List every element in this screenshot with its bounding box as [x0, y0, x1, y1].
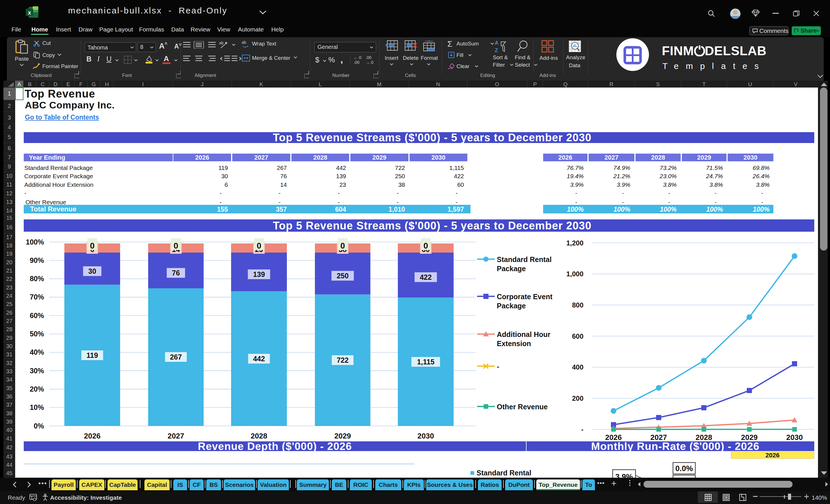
svg-text:Package: Package: [497, 264, 526, 273]
svg-text:ab: ab: [242, 40, 246, 44]
svg-text:80%: 80%: [30, 275, 44, 283]
svg-text:0: 0: [423, 241, 428, 250]
svg-text:Other Revenue: Other Revenue: [497, 403, 548, 411]
svg-text:2029: 2029: [334, 432, 351, 440]
svg-text:2028: 2028: [251, 432, 267, 440]
svg-text:10%: 10%: [30, 403, 44, 411]
svg-text:2026: 2026: [84, 432, 101, 440]
svg-text:2030: 2030: [786, 433, 803, 442]
svg-text:Extension: Extension: [497, 340, 531, 348]
svg-text:442: 442: [253, 355, 265, 363]
svg-text:1,115: 1,115: [417, 358, 435, 366]
svg-text:40%: 40%: [30, 348, 44, 356]
svg-text:20%: 20%: [30, 385, 44, 393]
svg-text:-: -: [497, 363, 499, 371]
svg-text:60%: 60%: [30, 312, 44, 319]
svg-text:422: 422: [420, 273, 432, 281]
svg-text:0: 0: [340, 241, 345, 250]
svg-text:800: 800: [572, 301, 583, 309]
svg-text:0: 0: [257, 241, 261, 250]
svg-text:70%: 70%: [30, 293, 44, 301]
svg-text:90%: 90%: [30, 256, 44, 264]
svg-text:250: 250: [337, 272, 349, 280]
svg-text:30: 30: [88, 267, 96, 275]
svg-text:722: 722: [337, 356, 349, 364]
svg-text:50%: 50%: [30, 330, 44, 338]
svg-text:30%: 30%: [30, 367, 44, 375]
svg-text:Corporate Event: Corporate Event: [497, 293, 552, 301]
svg-text:ab: ab: [219, 41, 224, 45]
svg-text:2030: 2030: [418, 432, 434, 440]
svg-text:Standard Rental: Standard Rental: [477, 469, 532, 477]
svg-text:1,000: 1,000: [566, 270, 583, 278]
svg-text:Standard Rental: Standard Rental: [497, 255, 552, 263]
svg-text:76: 76: [172, 269, 180, 277]
svg-text:267: 267: [170, 353, 182, 361]
svg-text:119: 119: [86, 351, 98, 359]
svg-text:Package: Package: [497, 302, 526, 310]
svg-text:1,200: 1,200: [566, 239, 583, 247]
svg-text:-: -: [581, 426, 583, 433]
svg-text:0.0%: 0.0%: [675, 464, 693, 473]
svg-text:0: 0: [173, 241, 178, 250]
svg-text:Additional Hour: Additional Hour: [497, 330, 550, 338]
svg-text:A: A: [495, 40, 499, 46]
svg-text:100%: 100%: [26, 238, 44, 246]
svg-text:0%: 0%: [34, 422, 44, 430]
svg-text:3.9%: 3.9%: [615, 473, 633, 478]
svg-text:400: 400: [572, 363, 583, 371]
svg-text:Z: Z: [495, 48, 498, 53]
svg-text:139: 139: [253, 270, 265, 278]
svg-text:200: 200: [572, 395, 583, 402]
svg-text:2027: 2027: [168, 432, 184, 440]
svg-text:600: 600: [572, 333, 583, 340]
svg-text:0: 0: [90, 241, 94, 250]
svg-text:x: x: [28, 9, 31, 16]
